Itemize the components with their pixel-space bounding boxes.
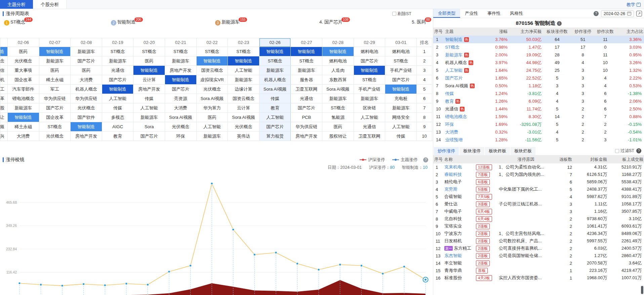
- theme-cell[interactable]: 光通信: [102, 66, 133, 75]
- theme-name-link[interactable]: 教育: [445, 99, 454, 104]
- theme-cell[interactable]: 光伏概念: [71, 103, 102, 113]
- theme-cell[interactable]: 医药: [39, 66, 71, 75]
- theme-cell[interactable]: Sora AI视频: [322, 85, 354, 94]
- theme-cell[interactable]: 华为供应链: [39, 94, 71, 103]
- theme-cell[interactable]: 重大事项: [8, 66, 39, 75]
- theme-cell[interactable]: 新能源车: [165, 56, 197, 66]
- stock-row[interactable]: 5合锻智能7天5板45987.62万9101.89万: [433, 193, 644, 200]
- theme-cell[interactable]: PCB: [291, 113, 322, 122]
- theme-name-link[interactable]: 大消费: [445, 130, 458, 135]
- theme-cell[interactable]: 医药: [8, 47, 39, 56]
- theme-cell[interactable]: 大消费: [8, 132, 39, 141]
- info-icon[interactable]: i: [557, 21, 562, 26]
- theme-cell[interactable]: 区块链: [354, 103, 385, 113]
- theme-cell[interactable]: 智能制造: [228, 56, 259, 66]
- theme-cell[interactable]: 卫星互联网: [291, 85, 322, 94]
- theme-cell[interactable]: 光伏概念: [8, 56, 39, 66]
- help-icon[interactable]: ?: [423, 157, 428, 162]
- stock-row[interactable]: 1克来机电12连板1、公司为柔性自动化...124.31亿5210.91万: [433, 163, 644, 171]
- stock-name-link[interactable]: 丰立智能: [444, 260, 462, 265]
- top-theme-badge[interactable]: 3新能源车155: [215, 19, 248, 26]
- theme-cell[interactable]: 革: [0, 94, 8, 103]
- theme-cell[interactable]: 新能源车: [133, 113, 165, 122]
- theme-cell[interactable]: 燃料电池: [322, 56, 354, 66]
- theme-cell[interactable]: 智能制造: [354, 66, 385, 75]
- theme-cell[interactable]: 云计算: [228, 103, 259, 113]
- theme-cell[interactable]: 股权转让: [322, 132, 354, 141]
- theme-cell[interactable]: ST概念: [322, 103, 354, 113]
- theme-cell[interactable]: 股: [0, 103, 8, 113]
- theme-cell[interactable]: ST概念: [291, 56, 322, 66]
- column-header[interactable]: 02-27: [291, 38, 322, 47]
- stock-row[interactable]: 13东杰智能2连板公司是我国智能仓储...21.27亿2860.47万: [433, 252, 644, 259]
- tab-主题分析[interactable]: 主题分析: [0, 0, 33, 9]
- theme-cell[interactable]: 多模态: [102, 113, 133, 122]
- cycle-row[interactable]: 兴大消费光伏概念房地产开发教育国产芯片环保新能源车英伟达算力租赁房地产开发股权转…: [0, 132, 432, 141]
- theme-cell[interactable]: 国产芯片: [102, 75, 133, 85]
- theme-cell[interactable]: 人工智能: [102, 94, 133, 103]
- exclude-st-checkbox[interactable]: 剔除ST: [392, 11, 411, 17]
- theme-cell[interactable]: 房地产开发: [133, 85, 165, 94]
- stock-row[interactable]: 4克劳斯5连板中化集团下属的化工...52408.37万4388.41万: [433, 186, 644, 193]
- stock-tab-板块炸板[interactable]: 板块炸板: [485, 147, 510, 155]
- theme-cell[interactable]: 卫星互联网: [354, 132, 385, 141]
- column-header[interactable]: 02-29: [354, 38, 385, 47]
- theme-cell[interactable]: 人工智能: [385, 122, 417, 132]
- stock-row[interactable]: 6爱仕达3连板子公司浙江钱江机器...31.11亿1058.17万: [433, 200, 644, 208]
- theme-cell[interactable]: Sora AI视频: [165, 113, 197, 122]
- stock-row[interactable]: 8北自科技6天4板29738.60万3.10亿: [433, 215, 644, 223]
- theme-cell[interactable]: 新能源车: [102, 56, 133, 66]
- theme-cell[interactable]: 环保: [165, 132, 197, 141]
- theme-name-link[interactable]: 国产芯片: [445, 76, 462, 81]
- theme-cell[interactable]: 新能源车: [291, 66, 322, 75]
- theme-cell[interactable]: 人工智能: [354, 113, 385, 122]
- theme-cell[interactable]: 房地产开发: [291, 132, 322, 141]
- theme-cell[interactable]: Sora AI视频: [259, 85, 291, 94]
- cycle-row[interactable]: 造医药智能制造新能源车ST概念ST概念ST概念ST概念ST概念智能制造智能制造智…: [0, 47, 432, 56]
- stock-name-link[interactable]: 东杰智能: [444, 253, 462, 258]
- theme-cell[interactable]: 充电桩: [385, 94, 417, 103]
- theme-cell[interactable]: 华为供应链: [71, 94, 102, 103]
- stock-row[interactable]: 11日发精机2连板公司数控机床、产品...25997.55万2261.49万: [433, 237, 644, 245]
- theme-cell[interactable]: 壳资源: [165, 94, 197, 103]
- theme-cell[interactable]: 手机产业链: [354, 85, 385, 94]
- theme-cell[interactable]: 边缘计算: [228, 85, 259, 94]
- theme-name-link[interactable]: 业绩预增: [445, 137, 462, 142]
- theme-cell[interactable]: 人工智能: [259, 113, 291, 122]
- theme-cell[interactable]: 医药: [322, 122, 354, 132]
- theme-cell[interactable]: AIGC: [102, 122, 133, 132]
- theme-name-link[interactable]: 光通信: [445, 106, 458, 111]
- theme-row[interactable]: 3新能源车热2.00%19.09亿288110.95%: [433, 51, 644, 59]
- theme-cell[interactable]: 智能制造: [165, 75, 197, 85]
- column-header[interactable]: 02-23: [228, 38, 259, 47]
- theme-cell[interactable]: 人工智能: [196, 122, 228, 132]
- column-header[interactable]: 02-07: [39, 38, 71, 47]
- theme-row[interactable]: 14业绩预增1.28%-11.56亿523-1.01%: [433, 136, 644, 144]
- theme-cell[interactable]: 燃料电池: [354, 47, 385, 56]
- theme-cell[interactable]: ST概念: [39, 122, 71, 132]
- theme-cell[interactable]: 传媒: [133, 94, 165, 103]
- cycle-row[interactable]: 让智能制造国企改革国产软件多模态新能源车Sora AI视频医药Sora AI视频…: [0, 113, 432, 122]
- theme-row[interactable]: 9教育热1.26%6.09亿4362.06%: [433, 97, 644, 105]
- filter-tab-事件性[interactable]: 事件性: [483, 9, 505, 18]
- theme-cell[interactable]: 军工: [39, 85, 71, 94]
- theme-cell[interactable]: 智能制造: [291, 47, 322, 56]
- theme-row[interactable]: 5人工智能热1.64%24.75亿253101.32%: [433, 66, 644, 74]
- cycle-row[interactable]: 机国企改革稀土永磁大消费国产芯片云计算智能制造虚拟现实VR新能源车机器人概念服务…: [0, 75, 432, 85]
- theme-cell[interactable]: 服务器: [291, 75, 322, 85]
- theme-cell[interactable]: 智能制造: [196, 56, 228, 66]
- theme-cell[interactable]: 稀土永磁: [39, 75, 71, 85]
- column-header[interactable]: 02-08: [71, 38, 102, 47]
- theme-name-link[interactable]: 机器人概念: [445, 60, 467, 65]
- theme-cell[interactable]: 人造肉: [322, 66, 354, 75]
- theme-cell[interactable]: 新能源车: [322, 94, 354, 103]
- theme-cell[interactable]: 光伏概念: [165, 122, 197, 132]
- column-header[interactable]: 02-19: [102, 38, 133, 47]
- theme-cell[interactable]: 算力租赁: [259, 132, 291, 141]
- scrollbar-thumb[interactable]: [641, 286, 643, 294]
- theme-cell[interactable]: 智能制造: [385, 85, 417, 94]
- theme-row[interactable]: 6国产芯片1.65%22.52亿5342.22%: [433, 74, 644, 82]
- theme-cell[interactable]: ST概念: [133, 47, 165, 56]
- theme-cell[interactable]: 传媒: [259, 94, 291, 103]
- theme-cell[interactable]: 氢能源: [322, 113, 354, 122]
